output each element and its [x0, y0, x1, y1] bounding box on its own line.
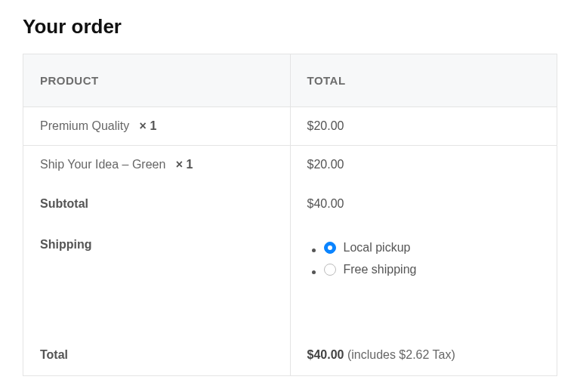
tax-note: (includes $2.62 Tax)	[347, 348, 455, 361]
order-item-row: Premium Quality × 1 $20.00	[23, 107, 557, 146]
order-item-name-cell: Ship Your Idea – Green × 1	[23, 146, 291, 184]
total-amount: $40.00	[307, 348, 344, 361]
column-header-product: PRODUCT	[23, 54, 291, 107]
order-item-price: $20.00	[290, 146, 557, 184]
order-item-qty: × 1	[176, 158, 193, 171]
subtotal-value: $40.00	[290, 184, 557, 224]
page-title: Your order	[23, 15, 557, 39]
shipping-method-option[interactable]: Local pickup	[324, 241, 411, 255]
order-item-qty: × 1	[140, 119, 157, 132]
shipping-method-item: Free shipping	[324, 260, 541, 282]
shipping-methods-list: Local pickup Free shipping	[307, 238, 541, 282]
shipping-method-label: Local pickup	[344, 241, 411, 255]
total-value: $40.00 (includes $2.62 Tax)	[290, 335, 557, 376]
shipping-method-item: Local pickup	[324, 238, 541, 260]
shipping-method-option[interactable]: Free shipping	[324, 263, 417, 276]
order-review-table: PRODUCT TOTAL Premium Quality × 1 $20.00…	[23, 54, 557, 376]
shipping-method-label: Free shipping	[344, 263, 417, 276]
order-item-name: Premium Quality	[40, 119, 129, 132]
total-label: Total	[23, 335, 291, 376]
radio-icon	[324, 264, 336, 276]
order-item-name: Ship Your Idea – Green	[40, 158, 165, 171]
order-shipping-row: Shipping Local pickup Free shipping	[23, 224, 557, 335]
order-item-name-cell: Premium Quality × 1	[23, 107, 291, 146]
order-item-price: $20.00	[290, 107, 557, 146]
shipping-label: Shipping	[23, 224, 291, 335]
shipping-methods-cell: Local pickup Free shipping	[290, 224, 557, 335]
order-subtotal-row: Subtotal $40.00	[23, 184, 557, 224]
radio-icon	[324, 242, 336, 254]
subtotal-label: Subtotal	[23, 184, 291, 224]
order-item-row: Ship Your Idea – Green × 1 $20.00	[23, 146, 557, 184]
order-total-row: Total $40.00 (includes $2.62 Tax)	[23, 335, 557, 376]
column-header-total: TOTAL	[290, 54, 557, 107]
